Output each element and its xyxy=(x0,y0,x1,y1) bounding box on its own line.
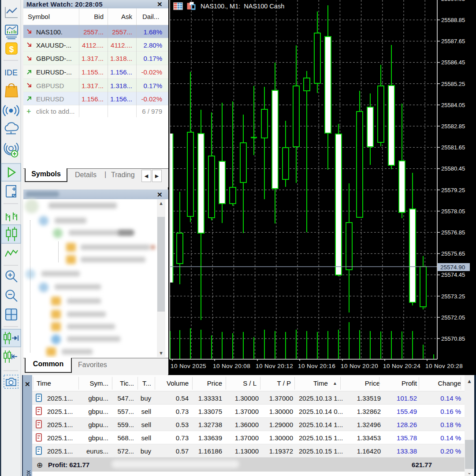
svg-text:25587.65: 25587.65 xyxy=(441,38,465,45)
svg-text:$: $ xyxy=(9,45,14,54)
svg-text:IDE: IDE xyxy=(4,68,18,77)
svg-text:25578.05: 25578.05 xyxy=(441,208,465,215)
svg-text:10 Nov 20:28: 10 Nov 20:28 xyxy=(425,363,463,369)
svg-text:10 Nov 20:12: 10 Nov 20:12 xyxy=(256,363,293,369)
svg-text:25573.25: 25573.25 xyxy=(441,293,465,300)
svg-text:25582.85: 25582.85 xyxy=(441,123,465,130)
svg-text:NAS100., M1: NAS100 Cash: NAS100., M1: NAS100 Cash xyxy=(201,3,284,10)
svg-text:25586.45: 25586.45 xyxy=(441,59,465,66)
svg-text:10 Nov 20:08: 10 Nov 20:08 xyxy=(213,363,250,369)
svg-text:25585.25: 25585.25 xyxy=(441,81,465,87)
svg-text:25581.65: 25581.65 xyxy=(441,144,465,151)
svg-text:25580.45: 25580.45 xyxy=(441,165,465,172)
svg-text:25572.05: 25572.05 xyxy=(441,314,465,321)
svg-text:25584.05: 25584.05 xyxy=(441,102,465,108)
svg-text:25574.90: 25574.90 xyxy=(440,264,465,271)
svg-text:25570.85: 25570.85 xyxy=(441,335,465,342)
svg-text:25575.65: 25575.65 xyxy=(441,250,465,257)
svg-text:25579.25: 25579.25 xyxy=(441,187,465,193)
svg-text:10 Nov 20:24: 10 Nov 20:24 xyxy=(383,363,420,369)
svg-text:25576.85: 25576.85 xyxy=(441,229,465,236)
svg-text:25574.45: 25574.45 xyxy=(441,271,465,278)
svg-text:25590.05: 25590.05 xyxy=(441,0,465,2)
svg-text:25588.85: 25588.85 xyxy=(441,17,465,23)
svg-text:10 Nov 20:16: 10 Nov 20:16 xyxy=(298,363,335,369)
svg-text:10 Nov 20:20: 10 Nov 20:20 xyxy=(341,363,378,369)
svg-text:10 Nov 2025: 10 Nov 2025 xyxy=(171,363,206,369)
